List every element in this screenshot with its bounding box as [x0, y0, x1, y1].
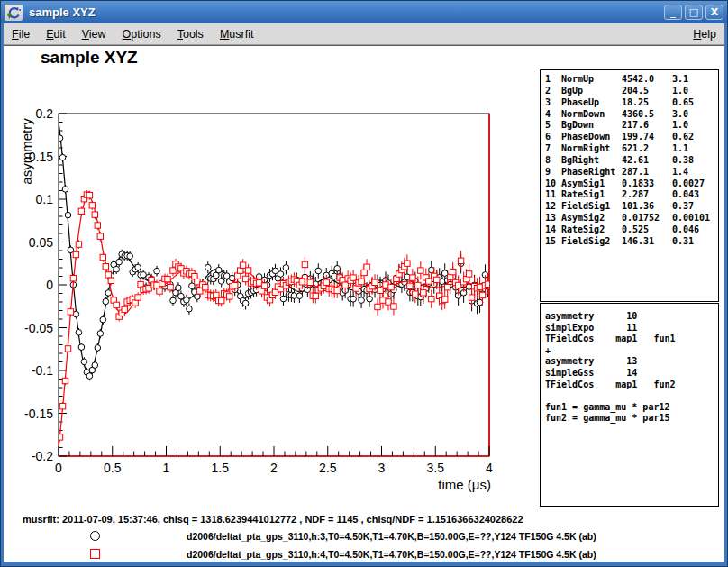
- param-name: FieldSig2: [561, 236, 622, 248]
- param-row: 1NormUp4542.03.1: [541, 74, 718, 86]
- param-error: 0.37: [672, 201, 718, 213]
- param-error: 0.65: [672, 97, 718, 109]
- svg-text:2: 2: [270, 461, 278, 475]
- theory-line: [545, 390, 718, 402]
- theory-line: asymmetry 13: [545, 356, 718, 368]
- param-name: NormUp: [561, 74, 622, 86]
- param-row: 15FieldSig2146.310.31: [541, 236, 718, 248]
- param-value: 4542.0: [622, 74, 672, 86]
- param-value: 42.61: [622, 155, 672, 167]
- param-n: 4: [545, 109, 561, 121]
- param-name: FieldSig1: [561, 201, 622, 213]
- theory-line: fun1 = gamma_mu * par12: [545, 402, 718, 414]
- param-n: 13: [545, 213, 561, 224]
- param-n: 12: [545, 201, 561, 213]
- param-value: 217.6: [622, 120, 672, 132]
- legend-entry-label: d2006/deltat_pta_gps_3110,h:4,T0=4.50K,T…: [187, 549, 596, 560]
- param-n: 3: [545, 97, 561, 109]
- circle-marker-icon: [90, 531, 100, 541]
- param-row: 10AsymSig10.18330.0027: [541, 178, 718, 190]
- footer-info-line: musrfit: 2011-07-09, 15:37:46, chisq = 1…: [23, 514, 523, 525]
- param-n: 15: [545, 236, 561, 248]
- param-n: 2: [545, 86, 561, 97]
- svg-text:-0.05: -0.05: [24, 321, 53, 335]
- param-row: 13AsymSig20.017520.00101: [541, 213, 718, 224]
- param-name: RateSig2: [561, 224, 622, 236]
- param-value: 0.1833: [622, 178, 672, 190]
- param-name: PhaseDown: [561, 132, 622, 143]
- theory-line: +: [545, 345, 718, 357]
- param-error: 0.0027: [672, 178, 718, 190]
- param-n: 11: [545, 189, 561, 201]
- param-n: 1: [545, 74, 561, 86]
- param-value: 2.287: [622, 189, 672, 201]
- param-name: BgRight: [561, 155, 622, 167]
- theory-line: TFieldCos map1 fun1: [545, 334, 718, 345]
- param-error: 0.043: [672, 189, 718, 201]
- param-n: 8: [545, 155, 561, 167]
- svg-text:-0.2: -0.2: [32, 449, 53, 463]
- param-row: 11RateSig12.2870.043: [541, 189, 718, 201]
- theory-box[interactable]: asymmetry 10simplExpo 11TFieldCos map1 f…: [540, 303, 719, 507]
- legend-entry: d2006/deltat_pta_gps_3110,h:4,T0=4.50K,T…: [0, 548, 721, 561]
- param-n: 6: [545, 132, 561, 143]
- param-error: 1.0: [672, 86, 718, 97]
- param-name: AsymSig1: [561, 178, 622, 190]
- param-n: 10: [545, 178, 561, 190]
- fit-curve: [59, 197, 489, 447]
- param-value: 287.1: [622, 167, 672, 178]
- param-row: 7NormRight621.21.1: [541, 143, 718, 155]
- param-error: 0.31: [672, 236, 718, 248]
- param-error: 0.046: [672, 224, 718, 236]
- param-error: 3.0: [672, 109, 718, 121]
- param-value: 4360.5: [622, 109, 672, 121]
- param-n: 7: [545, 143, 561, 155]
- param-row: 2BgUp204.51.0: [541, 86, 718, 97]
- param-row: 4NormDown4360.53.0: [541, 109, 718, 121]
- param-name: BgDown: [561, 120, 622, 132]
- param-error: 1.4: [672, 167, 718, 178]
- svg-text:0: 0: [55, 461, 62, 475]
- param-row: 12FieldSig1101.360.37: [541, 201, 718, 213]
- parameter-box[interactable]: 1NormUp4542.03.12BgUp204.51.03PhaseUp18.…: [540, 69, 719, 302]
- param-name: PhaseRight: [561, 167, 622, 178]
- param-error: 0.00101: [672, 213, 718, 224]
- param-name: NormDown: [561, 109, 622, 121]
- param-value: 101.36: [622, 201, 672, 213]
- theory-line: TFieldCos map1 fun2: [545, 380, 718, 391]
- theory-line: simpleGss 14: [545, 368, 718, 380]
- param-name: AsymSig2: [561, 213, 622, 224]
- param-row: 3PhaseUp18.250.65: [541, 97, 718, 109]
- param-name: BgUp: [561, 86, 622, 97]
- param-n: 9: [545, 167, 561, 178]
- fit-curve: [59, 122, 489, 373]
- svg-text:-0.15: -0.15: [24, 407, 53, 421]
- legend-entry: d2006/deltat_pta_gps_3110,h:3,T0=4.50K,T…: [0, 530, 721, 543]
- svg-text:1: 1: [163, 461, 170, 475]
- param-row: 6PhaseDown199.740.62: [541, 132, 718, 143]
- param-value: 0.525: [622, 224, 672, 236]
- svg-text:3: 3: [378, 461, 386, 475]
- theory-line: fun2 = gamma_mu * par15: [545, 413, 718, 425]
- series-circle: [57, 122, 491, 380]
- param-name: NormRight: [561, 143, 622, 155]
- param-value: 0.01752: [622, 213, 672, 224]
- series-square: [57, 190, 490, 447]
- param-row: 8BgRight42.610.38: [541, 155, 718, 167]
- param-row: 5BgDown217.61.0: [541, 120, 718, 132]
- param-error: 0.62: [672, 132, 718, 143]
- param-name: PhaseUp: [561, 97, 622, 109]
- svg-text:1.5: 1.5: [212, 461, 230, 475]
- square-marker-icon: [90, 549, 100, 559]
- param-value: 146.31: [622, 236, 672, 248]
- param-n: 14: [545, 224, 561, 236]
- svg-text:4: 4: [486, 461, 493, 475]
- svg-text:0.1: 0.1: [36, 192, 54, 206]
- param-row: 14RateSig20.5250.046: [541, 224, 718, 236]
- legend-entry-label: d2006/deltat_pta_gps_3110,h:3,T0=4.50K,T…: [187, 531, 596, 542]
- param-error: 1.1: [672, 143, 718, 155]
- param-value: 621.2: [622, 143, 672, 155]
- svg-text:3.5: 3.5: [427, 461, 445, 475]
- param-value: 204.5: [622, 86, 672, 97]
- svg-text:0: 0: [46, 278, 53, 292]
